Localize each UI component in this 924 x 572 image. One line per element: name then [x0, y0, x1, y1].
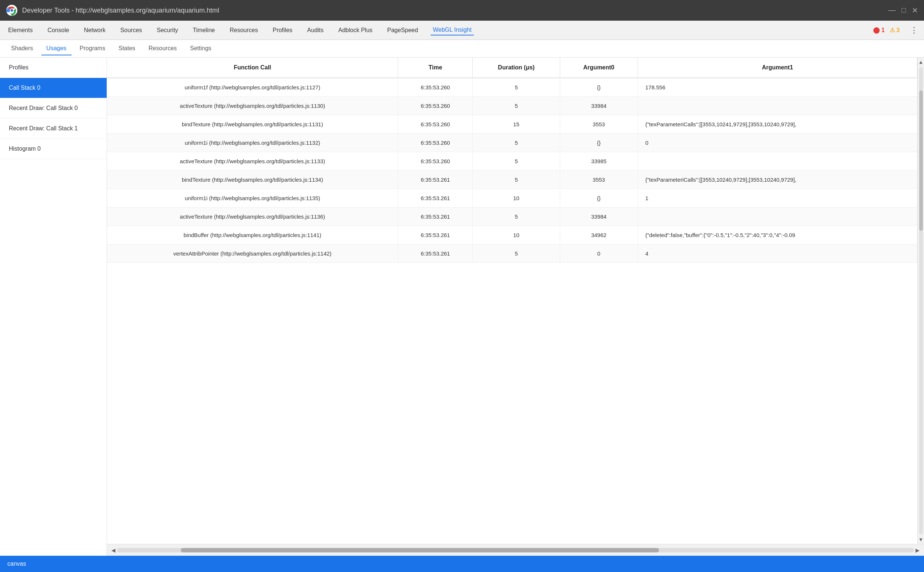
col-arg0: Argument0 [560, 58, 638, 78]
more-icon[interactable]: ⋮ [910, 25, 918, 35]
cell-time: 6:35:53.261 [398, 171, 473, 189]
menu-audits[interactable]: Audits [305, 25, 326, 35]
cell-arg0: 3553 [560, 171, 638, 189]
table-row: activeTexture (http://webglsamples.org/t… [107, 152, 917, 171]
cell-duration: 15 [473, 115, 560, 134]
cell-time: 6:35:53.260 [398, 78, 473, 97]
tab-settings[interactable]: Settings [185, 42, 217, 55]
error-count: ⬤ 1 ⚠ 3 [873, 26, 900, 34]
function-call-table: Function Call Time Duration (μs) Argumen… [107, 58, 917, 263]
cell-function-call: bindTexture (http://webglsamples.org/tdl… [107, 115, 398, 134]
scroll-up-arrow[interactable]: ▲ [917, 58, 924, 67]
table-row: activeTexture (http://webglsamples.org/t… [107, 97, 917, 115]
error-badge: ⬤ 1 ⚠ 3 [873, 26, 900, 34]
horizontal-scrollbar[interactable]: ◀ ▶ [107, 544, 924, 556]
menu-resources[interactable]: Resources [227, 25, 260, 35]
cell-duration: 5 [473, 97, 560, 115]
menu-console[interactable]: Console [45, 25, 71, 35]
table-row: uniform1i (http://webglsamples.org/tdl/p… [107, 189, 917, 208]
cell-function-call: uniform1i (http://webglsamples.org/tdl/p… [107, 189, 398, 208]
h-scroll-track[interactable] [117, 548, 914, 552]
table-row: bindTexture (http://webglsamples.org/tdl… [107, 171, 917, 189]
cell-arg1: {"texParameteriCalls":[[3553,10241,9729]… [638, 115, 917, 134]
cell-time: 6:35:53.261 [398, 189, 473, 208]
minimize-button[interactable]: — [888, 6, 896, 15]
menu-webgl-insight[interactable]: WebGL Insight [431, 25, 474, 36]
close-button[interactable]: ✕ [912, 6, 918, 15]
cell-time: 6:35:53.260 [398, 115, 473, 134]
menu-network[interactable]: Network [82, 25, 108, 35]
table-row: activeTexture (http://webglsamples.org/t… [107, 208, 917, 226]
scroll-down-arrow[interactable]: ▼ [917, 535, 924, 544]
cell-function-call: uniform1f (http://webglsamples.org/tdl/p… [107, 78, 398, 97]
tab-bar: Shaders Usages Programs States Resources… [0, 40, 924, 58]
sidebar-item-recent-draw-1[interactable]: Recent Draw: Call Stack 1 [0, 118, 107, 139]
tab-shaders[interactable]: Shaders [6, 42, 39, 55]
cell-time: 6:35:53.260 [398, 152, 473, 171]
col-function-call: Function Call [107, 58, 398, 78]
cell-arg1 [638, 97, 917, 115]
svg-point-2 [11, 9, 13, 12]
window-title: Developer Tools - http://webglsamples.or… [22, 7, 884, 14]
tab-states[interactable]: States [113, 42, 140, 55]
col-time: Time [398, 58, 473, 78]
chrome-icon [6, 5, 18, 16]
cell-arg0: {} [560, 189, 638, 208]
menu-timeline[interactable]: Timeline [191, 25, 217, 35]
h-scroll-thumb[interactable] [181, 548, 659, 552]
cell-time: 6:35:53.261 [398, 226, 473, 244]
menu-pagespeed[interactable]: PageSpeed [385, 25, 420, 35]
sidebar-item-recent-draw-0[interactable]: Recent Draw: Call Stack 0 [0, 98, 107, 118]
cell-duration: 10 [473, 226, 560, 244]
cell-arg0: 3553 [560, 115, 638, 134]
title-bar: Developer Tools - http://webglsamples.or… [0, 0, 924, 21]
cell-duration: 5 [473, 208, 560, 226]
cell-arg0: {} [560, 78, 638, 97]
cell-arg1: 1 [638, 189, 917, 208]
menu-sources[interactable]: Sources [118, 25, 144, 35]
col-duration: Duration (μs) [473, 58, 560, 78]
sidebar-item-callstack0[interactable]: Call Stack 0 [0, 78, 107, 98]
sidebar-item-profiles[interactable]: Profiles [0, 58, 107, 78]
cell-duration: 5 [473, 134, 560, 152]
cell-arg1: 178.556 [638, 78, 917, 97]
maximize-button[interactable]: □ [901, 6, 906, 15]
cell-function-call: activeTexture (http://webglsamples.org/t… [107, 208, 398, 226]
scroll-right-arrow[interactable]: ▶ [914, 546, 921, 555]
window-controls: — □ ✕ [888, 6, 918, 15]
cell-arg0: 33985 [560, 152, 638, 171]
menu-elements[interactable]: Elements [6, 25, 35, 35]
cell-arg1: {"deleted":false,"buffer":{"0":-0.5,"1":… [638, 226, 917, 244]
cell-arg1: 0 [638, 134, 917, 152]
sidebar-item-histogram0[interactable]: Histogram 0 [0, 139, 107, 159]
cell-function-call: uniform1i (http://webglsamples.org/tdl/p… [107, 134, 398, 152]
cell-function-call: bindTexture (http://webglsamples.org/tdl… [107, 171, 398, 189]
cell-duration: 10 [473, 189, 560, 208]
cell-time: 6:35:53.261 [398, 244, 473, 263]
bottom-bar: canvas [0, 556, 924, 572]
tab-programs[interactable]: Programs [74, 42, 110, 55]
cell-duration: 5 [473, 78, 560, 97]
col-arg1: Argument1 [638, 58, 917, 78]
cell-arg0: 34962 [560, 226, 638, 244]
cell-function-call: activeTexture (http://webglsamples.org/t… [107, 97, 398, 115]
menu-profiles[interactable]: Profiles [270, 25, 295, 35]
v-scroll-track[interactable] [919, 67, 923, 534]
cell-arg0: 0 [560, 244, 638, 263]
cell-arg0: {} [560, 134, 638, 152]
table-row: uniform1i (http://webglsamples.org/tdl/p… [107, 134, 917, 152]
cell-duration: 5 [473, 152, 560, 171]
menu-security[interactable]: Security [155, 25, 180, 35]
cell-arg0: 33984 [560, 208, 638, 226]
tab-resources[interactable]: Resources [144, 42, 182, 55]
canvas-label: canvas [8, 561, 26, 567]
tab-usages[interactable]: Usages [41, 42, 71, 55]
cell-arg1: 4 [638, 244, 917, 263]
table-row: bindTexture (http://webglsamples.org/tdl… [107, 115, 917, 134]
vertical-scrollbar[interactable]: ▲ ▼ [917, 58, 924, 544]
scroll-left-arrow[interactable]: ◀ [110, 546, 117, 555]
menu-bar: Elements Console Network Sources Securit… [0, 21, 924, 40]
menu-adblock[interactable]: Adblock Plus [336, 25, 375, 35]
cell-time: 6:35:53.260 [398, 134, 473, 152]
v-scroll-thumb[interactable] [919, 90, 923, 231]
